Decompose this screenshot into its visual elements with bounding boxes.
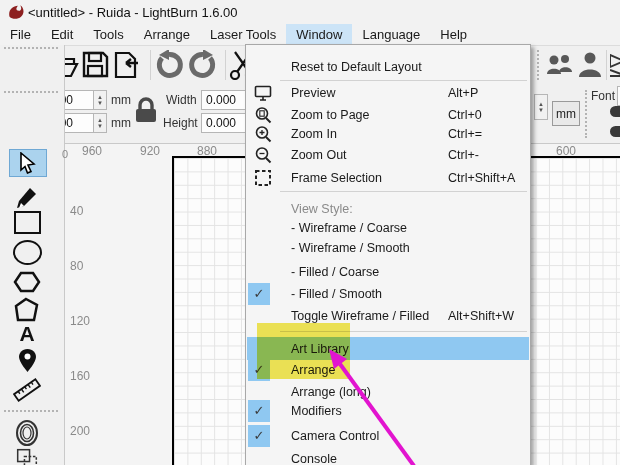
ruler-h-label: 880 [197, 144, 217, 158]
width-label: Width [166, 93, 197, 107]
xpos-spinner[interactable]: ▲▼ [93, 90, 107, 110]
menu-item-arrange[interactable]: ✓ Arrange [247, 359, 529, 381]
window-title: <untitled> - Ruida - LightBurn 1.6.00 [28, 5, 238, 20]
lightburn-window: <untitled> - Ruida - LightBurn 1.6.00 Fi… [0, 0, 620, 465]
ruler-v-label: 200 [70, 424, 90, 438]
save-icon[interactable] [82, 51, 109, 78]
window-menu-dropdown: Reset to Default Layout PreviewAlt+P Zoo… [245, 44, 531, 465]
frame-selection-icon [254, 169, 272, 187]
menu-arrange[interactable]: Arrange [134, 24, 200, 45]
bold-toggle[interactable] [610, 106, 620, 117]
ruler-v-label: 0 [62, 148, 68, 160]
lightburn-logo-icon [7, 4, 24, 21]
ypos-unit: mm [111, 116, 131, 130]
lock-icon[interactable] [133, 96, 159, 126]
ruler-h-label: 960 [82, 144, 102, 158]
menu-item-zoom-in[interactable]: Zoom InCtrl+= [247, 123, 529, 145]
ypos-spinner[interactable]: ▲▼ [93, 113, 107, 133]
menu-file[interactable]: File [0, 24, 41, 45]
menu-item-toggle-wireframe[interactable]: Toggle Wireframe / FilledAlt+Shift+W [247, 305, 529, 327]
menu-separator [280, 191, 527, 192]
menu-tools[interactable]: Tools [83, 24, 133, 45]
menu-item-wireframe-coarse[interactable]: - Wireframe / Coarse [247, 217, 529, 239]
position-laser-tool[interactable] [6, 347, 48, 373]
draw-lines-tool[interactable] [6, 185, 48, 211]
ellipse-tool[interactable] [6, 239, 48, 265]
menu-window[interactable]: Window [286, 24, 352, 45]
italic-toggle[interactable] [610, 126, 620, 137]
redo-icon[interactable] [188, 50, 218, 80]
menu-item-art-library[interactable]: Art Library [247, 337, 529, 360]
toolbar-separator [225, 50, 226, 80]
menu-laser-tools[interactable]: Laser Tools [200, 24, 286, 45]
ruler-v-label: 40 [70, 204, 83, 218]
height-label: Height [163, 116, 198, 130]
ruler-v-label: 80 [70, 259, 83, 273]
menu-language[interactable]: Language [352, 24, 430, 45]
interval-spinner[interactable]: ▲▼ [534, 94, 548, 120]
menubar: File Edit Tools Arrange Laser Tools Wind… [0, 24, 620, 46]
menu-separator [280, 331, 527, 332]
palette-drag-handle[interactable] [4, 47, 58, 49]
toolbar-drag-handle[interactable] [585, 90, 587, 138]
laser-head-icon[interactable] [610, 50, 620, 80]
check-icon: ✓ [248, 400, 270, 422]
menu-item-modifiers[interactable]: ✓ Modifiers [247, 400, 529, 422]
ruler-v-label: 120 [70, 314, 90, 328]
menu-item-console[interactable]: Console [247, 448, 529, 465]
toolbar-separator [606, 50, 607, 80]
menu-edit[interactable]: Edit [41, 24, 83, 45]
menu-item-filled-coarse[interactable]: - Filled / Coarse [247, 261, 529, 283]
zoom-in-icon [254, 125, 272, 143]
mm-unit-button[interactable]: mm [552, 101, 580, 126]
zoom-out-icon [254, 146, 272, 164]
menu-item-camera-control[interactable]: ✓ Camera Control [247, 425, 529, 447]
menu-help[interactable]: Help [430, 24, 477, 45]
offset-tool[interactable] [6, 420, 48, 446]
zoom-page-icon [254, 106, 272, 124]
font-label: Font [591, 89, 615, 103]
menu-item-frame-selection[interactable]: Frame SelectionCtrl+Shift+A [247, 167, 529, 189]
xpos-unit: mm [111, 93, 131, 107]
import-icon[interactable] [112, 50, 140, 80]
preview-monitor-icon [254, 84, 272, 102]
undo-icon[interactable] [154, 50, 184, 80]
menu-separator [280, 80, 527, 81]
ruler-v-label: 160 [70, 369, 90, 383]
shape-tool[interactable] [6, 297, 48, 323]
rectangle-tool[interactable] [6, 209, 48, 235]
user-icon[interactable] [578, 51, 602, 79]
ruler-h-label: 600 [556, 144, 576, 158]
menu-item-filled-smooth[interactable]: ✓ - Filled / Smooth [247, 283, 529, 305]
ruler-h-label: 920 [140, 144, 160, 158]
polygon-tool[interactable] [6, 269, 48, 295]
group-icon[interactable] [546, 52, 574, 78]
check-icon: ✓ [248, 425, 270, 447]
select-tool[interactable] [9, 149, 47, 177]
menu-item-reset-layout[interactable]: Reset to Default Layout [247, 56, 529, 78]
menu-item-wireframe-smooth[interactable]: - Wireframe / Smooth [247, 237, 529, 259]
check-icon: ✓ [248, 283, 270, 305]
toolbar-drag-handle[interactable] [537, 50, 539, 80]
boolean-union-tool[interactable] [6, 448, 48, 465]
titlebar: <untitled> - Ruida - LightBurn 1.6.00 [0, 0, 620, 24]
measure-tool[interactable] [6, 377, 48, 403]
palette-drag-handle[interactable] [4, 410, 58, 412]
tool-palette: A [0, 45, 65, 465]
text-tool[interactable]: A [6, 321, 48, 347]
check-icon: ✓ [248, 359, 270, 381]
menu-item-preview[interactable]: PreviewAlt+P [247, 82, 529, 104]
menu-item-zoom-out[interactable]: Zoom OutCtrl+- [247, 144, 529, 166]
toolbar-separator [150, 50, 151, 80]
